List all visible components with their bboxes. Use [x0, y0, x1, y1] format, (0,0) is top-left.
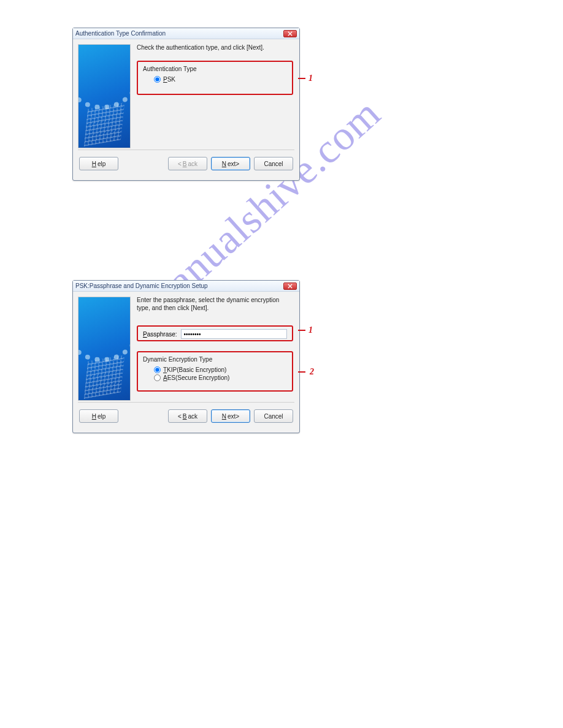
wizard-illustration [78, 44, 131, 148]
button-bar: Help <Back Next> Cancel [73, 403, 299, 430]
cancel-button[interactable]: Cancel [254, 409, 293, 423]
encryption-tkip-radio[interactable] [154, 366, 161, 373]
close-button[interactable] [283, 282, 297, 290]
window-title: Authentication Type Confirmation [75, 30, 166, 37]
back-button: <Back [168, 157, 207, 170]
close-icon [288, 284, 293, 289]
help-button[interactable]: Help [79, 409, 118, 423]
dialog-body: Enter the passphrase, select the dynamic… [73, 292, 299, 402]
button-bar: Help <Back Next> Cancel [73, 150, 299, 177]
group-legend: Authentication Type [143, 66, 287, 72]
next-button[interactable]: Next> [211, 409, 250, 423]
callout-leader [298, 78, 305, 79]
callout-marker-1: 1 [308, 325, 313, 335]
callout-marker-1: 1 [308, 74, 313, 83]
radio-label: AES(Secure Encryption) [163, 374, 229, 381]
dialog-content: Enter the passphrase, select the dynamic… [131, 292, 299, 402]
passphrase-label: Passphrase: [143, 331, 177, 338]
close-button[interactable] [283, 30, 297, 37]
passphrase-group: Passphrase: [137, 325, 293, 341]
cancel-button[interactable]: Cancel [254, 157, 293, 170]
window-title: PSK:Passphrase and Dynamic Encryption Se… [75, 282, 208, 289]
callout-leader-2 [298, 371, 305, 373]
close-icon [288, 31, 293, 36]
dialog-auth-type-confirmation: Authentication Type Confirmation Check t… [72, 28, 300, 181]
titlebar[interactable]: PSK:Passphrase and Dynamic Encryption Se… [73, 281, 299, 292]
encryption-aes-option[interactable]: AES(Secure Encryption) [143, 373, 287, 381]
dialog-psk-passphrase: PSK:Passphrase and Dynamic Encryption Se… [72, 280, 300, 433]
dialog-body: Check the authentication type, and click… [73, 39, 299, 150]
passphrase-input[interactable] [181, 329, 287, 339]
encryption-type-group: Dynamic Encryption Type TKIP(Basic Encry… [137, 351, 293, 392]
callout-marker-2: 2 [310, 367, 314, 377]
auth-type-psk-option[interactable]: PSK [143, 75, 287, 83]
dialog-content: Check the authentication type, and click… [131, 39, 299, 150]
group-legend: Dynamic Encryption Type [143, 356, 287, 363]
instruction-text: Enter the passphrase, select the dynamic… [137, 297, 293, 312]
titlebar[interactable]: Authentication Type Confirmation [73, 28, 299, 39]
encryption-aes-radio[interactable] [154, 374, 161, 381]
page: { "watermark": "manualshive.com", "dialo… [0, 0, 563, 728]
auth-type-group: Authentication Type PSK [137, 61, 293, 95]
instruction-text: Check the authentication type, and click… [137, 44, 293, 52]
encryption-tkip-option[interactable]: TKIP(Basic Encryption) [143, 365, 287, 373]
radio-label: TKIP(Basic Encryption) [163, 366, 226, 373]
back-button[interactable]: <Back [168, 409, 207, 423]
passphrase-row: Passphrase: [143, 329, 287, 339]
radio-label: PSK [163, 76, 175, 83]
next-button[interactable]: Next> [211, 157, 250, 170]
callout-leader-1 [298, 330, 305, 331]
help-button[interactable]: Help [79, 157, 118, 170]
wizard-illustration [78, 297, 131, 401]
auth-type-psk-radio[interactable] [154, 76, 161, 83]
